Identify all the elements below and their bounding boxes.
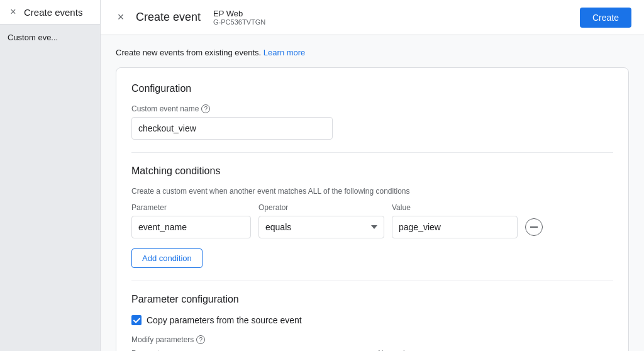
info-text: Create new events from existing events. [116,48,261,57]
divider-1 [131,152,613,153]
matching-conditions-title: Matching conditions [131,165,613,177]
custom-event-name-label: Custom event name ? [131,104,613,113]
body: Create new events from existing events. … [101,35,644,351]
col-header-parameter: Parameter [131,203,251,212]
condition-parameter-input[interactable] [131,216,251,238]
modify-params-help-icon[interactable]: ? [196,335,205,344]
condition-value-input[interactable] [392,216,518,238]
property-name: EP Web [213,9,265,18]
header: × Create event EP Web G-PC536TVTGN Creat… [101,0,644,35]
matching-conditions-section: Matching conditions Create a custom even… [131,165,613,268]
configuration-section: Configuration Custom event name ? [131,83,613,140]
col-header-value: Value [392,203,518,212]
remove-condition-button[interactable] [525,218,543,236]
learn-more-link[interactable]: Learn more [264,48,305,57]
conditions-description: Create a custom event when another event… [131,187,613,196]
configuration-title: Configuration [131,83,613,94]
create-button[interactable]: Create [580,8,631,28]
copy-params-row: Copy parameters from the source event [131,315,613,325]
parameter-configuration-title: Parameter configuration [131,294,613,305]
left-panel-content: Custom eve... [0,25,100,50]
main-panel: × Create event EP Web G-PC536TVTGN Creat… [101,0,644,351]
left-panel-header: × Create events [0,0,100,25]
property-info: EP Web G-PC536TVTGN [213,9,265,26]
condition-row: equals contains starts with ends with do… [131,216,613,238]
custom-event-list-label: Custom eve... [8,33,58,42]
condition-col-headers: Parameter Operator Value [131,203,613,212]
modify-params-label: Modify parameters ? [131,335,613,344]
custom-event-name-field: Custom event name ? [131,104,613,140]
left-panel-title: Create events [24,7,82,18]
copy-params-label: Copy parameters from the source event [147,315,302,325]
col-header-operator: Operator [258,203,384,212]
info-bar: Create new events from existing events. … [116,48,629,57]
svg-rect-0 [530,226,538,228]
property-id: G-PC536TVTGN [213,18,265,26]
add-condition-button[interactable]: Add condition [131,248,203,268]
divider-2 [131,281,613,281]
card: Configuration Custom event name ? Matchi… [116,67,629,351]
parameter-configuration-section: Parameter configuration Copy parameters … [131,294,613,351]
custom-event-name-help-icon[interactable]: ? [201,104,210,113]
close-icon[interactable]: × [113,10,128,25]
custom-event-name-input[interactable] [131,117,333,140]
close-left-icon[interactable]: × [8,6,19,18]
page-title: Create event [136,11,201,24]
left-panel: × Create events Custom eve... [0,0,101,351]
copy-params-checkbox[interactable] [131,315,142,325]
condition-operator-select[interactable]: equals contains starts with ends with do… [258,216,384,238]
